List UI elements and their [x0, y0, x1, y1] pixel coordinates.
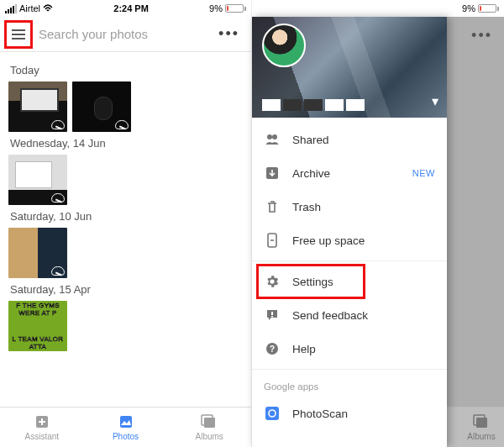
battery-pct-label: 9%: [209, 3, 223, 13]
svg-rect-4: [476, 418, 487, 428]
trash-icon: [264, 198, 281, 215]
gear-icon: [264, 273, 281, 290]
wifi-icon: [43, 4, 53, 13]
menu-subheader: Google apps: [252, 373, 447, 397]
phone-storage-icon: [264, 232, 281, 249]
menu-item-free-up-space[interactable]: Free up space: [252, 224, 447, 257]
photo-thumbnail[interactable]: [8, 82, 67, 132]
search-bar: Search your photos •••: [0, 17, 251, 52]
battery-icon: [478, 4, 499, 13]
status-bar: 9%: [252, 0, 504, 17]
phone-right: 9% ••• Albums ▾: [252, 0, 504, 447]
menu-item-settings[interactable]: Settings: [257, 265, 365, 298]
svg-rect-14: [265, 407, 279, 420]
tab-photos[interactable]: Photos: [84, 408, 168, 447]
svg-rect-10: [271, 312, 273, 315]
avatar[interactable]: [262, 24, 306, 67]
status-bar: Airtel 2:24 PM 9%: [0, 0, 251, 17]
chevron-down-icon[interactable]: ▾: [432, 93, 438, 109]
carrier-label: Airtel: [19, 3, 40, 13]
cloud-off-icon: [51, 120, 65, 129]
section-title: Today: [10, 64, 243, 76]
menu-label: PhotoScan: [292, 408, 348, 420]
svg-point-6: [267, 134, 272, 139]
people-icon: [264, 131, 281, 148]
menu-item-help[interactable]: ? Help: [252, 332, 447, 365]
help-icon: ?: [264, 340, 281, 357]
section-title: Saturday, 10 Jun: [10, 210, 243, 223]
assistant-icon: [34, 413, 50, 430]
meme-bottom-text: L TEAM VALOR ATTA: [8, 335, 67, 350]
svg-point-7: [272, 134, 277, 139]
photo-grid[interactable]: Today Wednesday, 14 Jun Saturday, 10 Jun…: [0, 52, 251, 407]
drawer-header[interactable]: ▾: [252, 17, 447, 118]
photo-thumbnail[interactable]: F THE GYMS WERE AT P L TEAM VALOR ATTA: [8, 301, 67, 351]
tab-label: Assistant: [25, 432, 60, 441]
archive-icon: [264, 165, 281, 181]
menu-item-shared[interactable]: Shared: [252, 123, 447, 156]
battery-pct-label: 9%: [462, 3, 475, 13]
section-title: Wednesday, 14 Jun: [10, 137, 243, 150]
menu-item-archive[interactable]: Archive NEW: [252, 156, 447, 190]
meme-top-text: F THE GYMS WERE AT P: [8, 302, 67, 317]
overflow-button[interactable]: •••: [218, 25, 244, 43]
menu-item-trash[interactable]: Trash: [252, 190, 447, 224]
tab-albums[interactable]: Albums: [167, 408, 251, 447]
menu-label: Shared: [292, 134, 329, 146]
photo-thumbnail[interactable]: [8, 228, 67, 278]
nav-drawer: ▾ Shared Archive NEW Trash: [252, 17, 447, 447]
tab-label: Albums: [467, 432, 495, 441]
svg-rect-11: [271, 316, 273, 318]
account-info-redacted: [262, 99, 365, 111]
cloud-off-icon: [115, 120, 129, 129]
feedback-icon: [264, 307, 281, 323]
menu-label: Free up space: [292, 234, 365, 247]
photoscan-icon: [264, 405, 281, 422]
cloud-off-icon: [51, 193, 65, 202]
cloud-off-icon: [51, 266, 65, 276]
hamburger-icon: [11, 29, 26, 40]
menu-item-send-feedback[interactable]: Send feedback: [252, 298, 447, 332]
photos-icon: [118, 413, 134, 430]
svg-rect-2: [204, 418, 215, 428]
photo-thumbnail[interactable]: [72, 82, 131, 132]
divider: [252, 260, 447, 261]
tab-albums[interactable]: Albums: [459, 408, 504, 447]
drawer-menu: Shared Archive NEW Trash Free up space: [252, 118, 447, 447]
menu-label: Help: [292, 343, 316, 355]
section-title: Saturday, 15 Apr: [10, 283, 243, 296]
tab-label: Photos: [113, 432, 139, 441]
overflow-button[interactable]: •••: [471, 27, 492, 45]
new-badge: NEW: [412, 168, 435, 178]
photo-thumbnail[interactable]: [8, 155, 67, 205]
signal-icon: [5, 4, 17, 13]
menu-label: Trash: [292, 201, 321, 213]
menu-label: Send feedback: [292, 309, 368, 322]
menu-item-photoscan[interactable]: PhotoScan: [252, 397, 447, 430]
svg-text:?: ?: [270, 344, 275, 354]
search-input[interactable]: Search your photos: [39, 27, 210, 41]
tab-assistant[interactable]: Assistant: [0, 408, 84, 447]
tab-label: Albums: [196, 432, 223, 441]
albums-icon: [473, 413, 490, 430]
menu-label: Archive: [292, 167, 330, 180]
albums-icon: [201, 413, 218, 430]
clock-label: 2:24 PM: [113, 3, 149, 13]
svg-rect-1: [120, 416, 132, 428]
menu-button[interactable]: [7, 23, 30, 46]
menu-label: Settings: [292, 276, 333, 288]
divider: [252, 369, 447, 370]
battery-icon: [225, 4, 246, 13]
phone-left: Airtel 2:24 PM 9% Search your photos •••…: [0, 0, 252, 447]
bottom-tab-bar: Assistant Photos Albums: [0, 407, 251, 447]
